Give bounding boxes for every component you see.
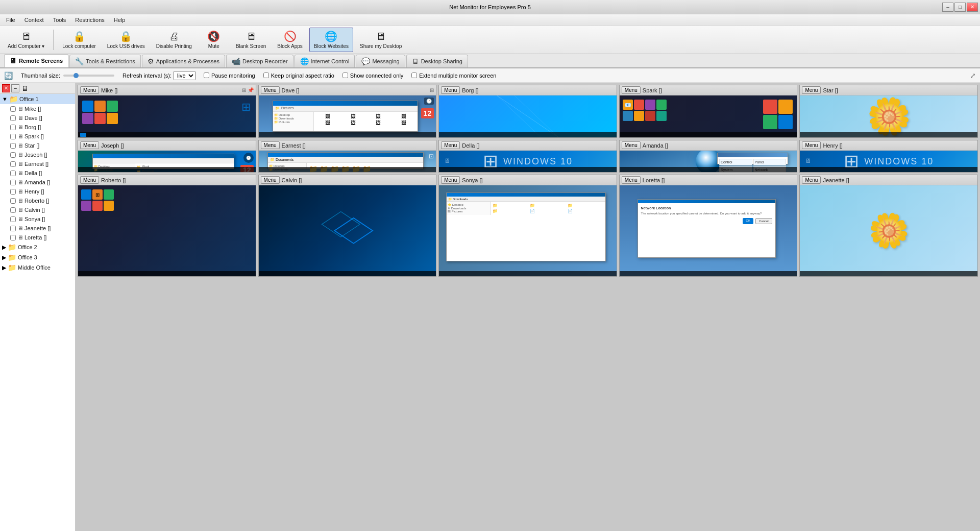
close-button[interactable]: ✕	[967, 3, 978, 12]
sonya-checkbox[interactable]	[10, 216, 16, 222]
add-computer-button[interactable]: 🖥 Add Computer ▾	[3, 28, 49, 52]
screen-sonya[interactable]: Menu Sonya [] 📁 Downloads ⭐ Desktop ⬇ Do…	[438, 175, 617, 277]
sonya-menu-button[interactable]: Menu	[441, 176, 460, 184]
jeanette-checkbox[interactable]	[10, 226, 16, 231]
mute-button[interactable]: 🔇 Mute	[199, 28, 229, 52]
menu-tools[interactable]: Tools	[49, 16, 70, 24]
joseph-checkbox[interactable]	[10, 152, 16, 158]
show-connected-checkbox[interactable]	[342, 73, 348, 78]
sidebar-item-della[interactable]: 🖥 Della []	[0, 168, 75, 178]
spark-menu-button[interactable]: Menu	[622, 86, 641, 94]
sidebar-item-loretta[interactable]: 🖥 Loretta []	[0, 233, 75, 242]
screen-roberto[interactable]: Menu Roberto [] ⊞	[78, 175, 256, 277]
screen-henry[interactable]: Menu Henry [] ⊞ WINDOWS 10 🖥	[799, 140, 978, 173]
star-checkbox[interactable]	[10, 143, 16, 149]
star-menu-button[interactable]: Menu	[802, 86, 821, 94]
menu-help[interactable]: Help	[110, 16, 130, 24]
tab-desktop-recorder[interactable]: 📹 Desktop Recorder	[226, 55, 293, 67]
sidebar-item-dave[interactable]: 🖥 Dave []	[0, 113, 75, 123]
loretta-checkbox[interactable]	[10, 235, 16, 240]
henry-checkbox[interactable]	[10, 189, 16, 195]
maximize-button[interactable]: □	[954, 3, 966, 12]
mike-menu-button[interactable]: Menu	[80, 86, 99, 94]
calvin-label: Calvin []	[24, 207, 45, 213]
block-websites-icon: 🌐	[325, 30, 337, 42]
refresh-select[interactable]: live 1 2 5 10	[174, 71, 195, 80]
lock-usb-button[interactable]: 🔒 Lock USB drives	[103, 28, 150, 52]
sidebar-item-earnest[interactable]: 🖥 Earnest []	[0, 159, 75, 168]
sidebar-item-henry[interactable]: 🖥 Henry []	[0, 187, 75, 196]
amanda-checkbox[interactable]	[10, 180, 16, 185]
screen-mike[interactable]: Menu Mike [] ⊞ 📌 ⊞	[78, 85, 256, 138]
roberto-menu-button[interactable]: Menu	[80, 176, 99, 184]
tab-internet-control[interactable]: 🌐 Internet Control	[295, 55, 355, 67]
calvin-checkbox[interactable]	[10, 207, 16, 213]
spark-checkbox[interactable]	[10, 134, 16, 139]
disable-printing-button[interactable]: 🖨 Disable Printing	[152, 28, 197, 52]
menu-file[interactable]: File	[2, 16, 19, 24]
expand-button[interactable]: ⤢	[970, 71, 976, 80]
sidebar-item-joseph[interactable]: 🖥 Joseph []	[0, 150, 75, 159]
blank-screen-button[interactable]: 🖥 Blank Screen	[231, 28, 271, 52]
block-apps-button[interactable]: 🚫 Block Apps	[273, 28, 307, 52]
mike-checkbox[interactable]	[10, 106, 16, 112]
minimize-button[interactable]: –	[942, 3, 953, 12]
sidebar-item-mike[interactable]: 🖥 Mike []	[0, 104, 75, 113]
dave-menu-button[interactable]: Menu	[261, 86, 280, 94]
tab-applications-processes[interactable]: ⚙ Applications & Processes	[142, 55, 225, 67]
della-checkbox[interactable]	[10, 171, 16, 176]
menu-restrictions[interactable]: Restrictions	[71, 16, 108, 24]
tab-remote-screens[interactable]: 🖥 Remote Screens	[4, 54, 68, 67]
borg-menu-button[interactable]: Menu	[441, 86, 460, 94]
tab-messaging[interactable]: 💬 Messaging	[356, 55, 405, 67]
sidebar-min-button[interactable]: –	[11, 84, 19, 92]
screen-della[interactable]: Menu Della [] ⊞ WINDOWS 10 🖥	[438, 140, 617, 173]
dave-checkbox[interactable]	[10, 115, 16, 121]
extend-monitor-checkbox[interactable]	[411, 73, 417, 78]
share-desktop-button[interactable]: 🖥 Share my Desktop	[355, 28, 406, 52]
sidebar-group-office3[interactable]: ▶ 📁 Office 3	[0, 252, 75, 262]
roberto-checkbox[interactable]	[10, 198, 16, 204]
earnest-menu-button[interactable]: Menu	[261, 141, 280, 149]
sidebar-close-button[interactable]: ✕	[2, 84, 10, 92]
sidebar-item-roberto[interactable]: 🖥 Roberto []	[0, 196, 75, 205]
sidebar-item-sonya[interactable]: 🖥 Sonya []	[0, 214, 75, 224]
sidebar-group-office1[interactable]: ▼ 📁 Office 1	[0, 94, 75, 104]
screen-star[interactable]: Menu Star [] 🌼	[799, 85, 978, 138]
amanda-menu-button[interactable]: Menu	[622, 141, 641, 149]
screen-loretta[interactable]: Menu Loretta [] Network Location The net…	[619, 175, 798, 277]
sidebar-item-spark[interactable]: 🖥 Spark []	[0, 132, 75, 141]
sidebar-item-calvin[interactable]: 🖥 Calvin []	[0, 205, 75, 214]
della-menu-button[interactable]: Menu	[441, 141, 460, 149]
joseph-menu-button[interactable]: Menu	[80, 141, 99, 149]
sidebar-item-amanda[interactable]: 🖥 Amanda []	[0, 178, 75, 187]
screen-calvin[interactable]: Menu Calvin []	[258, 175, 437, 277]
screen-earnest[interactable]: Menu Earnest [] ⊡ 📁 Documents 📁 Desktop …	[258, 140, 437, 173]
loretta-menu-button[interactable]: Menu	[622, 176, 641, 184]
sidebar-item-jeanette[interactable]: 🖥 Jeanette []	[0, 224, 75, 233]
screen-spark[interactable]: Menu Spark [] 📧	[619, 85, 798, 138]
thumbnail-slider[interactable]	[63, 75, 114, 77]
sidebar-group-middle-office[interactable]: ▶ 📁 Middle Office	[0, 262, 75, 273]
sidebar-group-office2[interactable]: ▶ 📁 Office 2	[0, 242, 75, 252]
tab-desktop-sharing[interactable]: 🖥 Desktop Sharing	[406, 55, 468, 67]
screen-amanda[interactable]: Menu Amanda [] Control Panel Syst	[619, 140, 798, 173]
sidebar-item-borg[interactable]: 🖥 Borg []	[0, 123, 75, 132]
lock-computer-button[interactable]: 🔒 Lock computer	[58, 28, 101, 52]
screen-borg[interactable]: Menu Borg []	[438, 85, 617, 138]
henry-menu-button[interactable]: Menu	[802, 141, 821, 149]
screen-joseph[interactable]: Menu Joseph [] 🕐 12 📁 Desktop 📁 Downlo	[78, 140, 256, 173]
borg-checkbox[interactable]	[10, 125, 16, 130]
screen-dave[interactable]: Menu Dave [] ⊞ 🕐 12 📁 Pictures	[258, 85, 437, 138]
menu-context[interactable]: Context	[20, 16, 48, 24]
tab-tools-restrictions[interactable]: 🔧 Tools & Restrictions	[69, 55, 141, 67]
screen-jeanette[interactable]: Menu Jeanette [] 🌼	[799, 175, 978, 277]
keep-aspect-checkbox[interactable]	[263, 73, 269, 78]
block-websites-button[interactable]: 🌐 Block Websites	[309, 28, 353, 52]
screen-spark-header: Menu Spark []	[620, 85, 797, 95]
sidebar-item-star[interactable]: 🖥 Star []	[0, 141, 75, 150]
jeanette-menu-button[interactable]: Menu	[802, 176, 821, 184]
pause-monitoring-checkbox[interactable]	[204, 73, 209, 78]
calvin-menu-button[interactable]: Menu	[261, 176, 280, 184]
earnest-checkbox[interactable]	[10, 161, 16, 167]
